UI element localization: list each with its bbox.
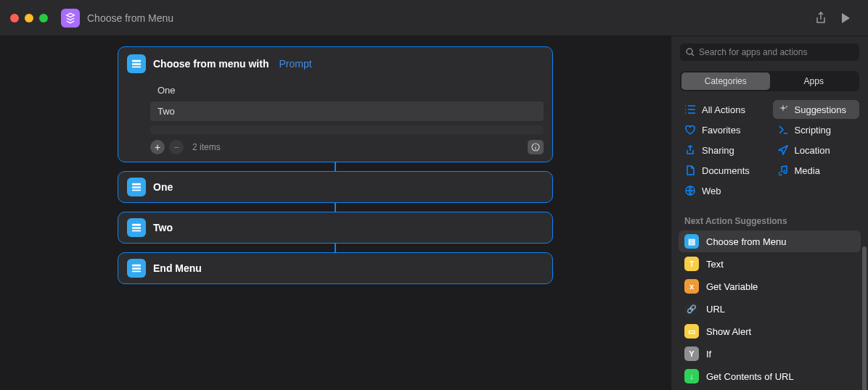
suggestion-label: Text bbox=[706, 259, 724, 270]
suggestion-label: Choose from Menu bbox=[706, 236, 787, 247]
globe-icon bbox=[684, 185, 696, 196]
suggestion-show-alert[interactable]: ▭Show Alert bbox=[679, 320, 861, 342]
share-button[interactable] bbox=[808, 7, 833, 29]
category-web[interactable]: Web bbox=[680, 181, 767, 200]
search-icon bbox=[686, 48, 695, 57]
action-info-button[interactable] bbox=[528, 140, 544, 154]
suggestion-label: Get Variable bbox=[706, 281, 758, 292]
suggestion-label: If bbox=[706, 349, 711, 360]
svg-rect-10 bbox=[132, 265, 141, 267]
category-label: Sharing bbox=[702, 145, 734, 156]
svg-rect-9 bbox=[132, 231, 141, 232]
suggestion-choose-from-menu[interactable]: ▤Choose from Menu bbox=[679, 231, 861, 252]
add-item-button[interactable]: + bbox=[150, 140, 165, 154]
zoom-window-button[interactable] bbox=[39, 14, 48, 22]
remove-item-button[interactable]: − bbox=[169, 140, 184, 154]
run-button[interactable] bbox=[833, 7, 858, 29]
prompt-parameter[interactable]: Prompt bbox=[279, 58, 311, 70]
menu-branch-one[interactable]: One bbox=[118, 171, 553, 203]
list-icon bbox=[684, 104, 696, 115]
svg-rect-6 bbox=[132, 190, 141, 191]
category-sharing[interactable]: Sharing bbox=[680, 141, 767, 159]
share-icon bbox=[684, 144, 696, 156]
suggestion-if[interactable]: YIf bbox=[679, 343, 861, 365]
suggestion-url[interactable]: 🔗URL bbox=[679, 298, 861, 320]
suggestion-icon: Y bbox=[684, 347, 699, 361]
menu-branch-two[interactable]: Two bbox=[118, 212, 553, 244]
flow-connector bbox=[335, 162, 336, 171]
svg-rect-1 bbox=[132, 63, 141, 65]
titlebar: Choose from Menu bbox=[0, 0, 868, 36]
flow-connector bbox=[335, 203, 336, 212]
location-icon bbox=[777, 144, 789, 156]
category-documents[interactable]: Documents bbox=[680, 161, 767, 180]
music-icon bbox=[777, 165, 789, 176]
heart-icon bbox=[684, 124, 696, 136]
menu-item-row[interactable]: Two bbox=[150, 101, 544, 121]
category-all-actions[interactable]: All Actions bbox=[680, 100, 767, 119]
suggestion-icon: ▭ bbox=[684, 324, 699, 339]
branch-label: One bbox=[153, 181, 173, 193]
category-label: Media bbox=[795, 165, 820, 176]
category-label: Location bbox=[795, 145, 830, 156]
search-field[interactable] bbox=[680, 43, 859, 61]
doc-icon bbox=[684, 165, 696, 176]
branch-label: Two bbox=[153, 222, 173, 233]
suggestion-text[interactable]: TText bbox=[679, 253, 861, 275]
category-media[interactable]: Media bbox=[773, 161, 860, 180]
apps-tab[interactable]: Apps bbox=[770, 72, 859, 90]
category-label: Web bbox=[702, 186, 721, 196]
suggestion-icon: x bbox=[684, 279, 699, 294]
category-location[interactable]: Location bbox=[773, 141, 860, 159]
add-item-placeholder[interactable] bbox=[150, 125, 544, 134]
menu-action-icon bbox=[127, 259, 146, 278]
category-label: Favorites bbox=[702, 125, 740, 136]
suggestions-list: ▤Choose from MenuTTextxGet Variable🔗URL▭… bbox=[671, 231, 868, 390]
flow-connector bbox=[335, 244, 336, 252]
category-label: Scripting bbox=[795, 125, 832, 136]
suggestion-get-contents-of-url[interactable]: ↓Get Contents of URL bbox=[679, 365, 861, 387]
menu-item-row[interactable]: One bbox=[150, 80, 544, 100]
svg-rect-0 bbox=[132, 60, 141, 62]
svg-rect-5 bbox=[132, 186, 141, 188]
suggestion-label: Show Alert bbox=[706, 326, 751, 337]
category-grid: All ActionsSuggestionsFavoritesScripting… bbox=[671, 100, 868, 209]
svg-point-17 bbox=[687, 49, 692, 54]
window-controls bbox=[10, 14, 48, 22]
svg-point-18 bbox=[786, 106, 787, 107]
suggestion-icon: T bbox=[684, 257, 699, 271]
svg-rect-4 bbox=[132, 183, 141, 186]
suggestion-icon: ↓ bbox=[684, 369, 699, 383]
suggestion-label: Get Contents of URL bbox=[706, 371, 794, 382]
choose-from-menu-action[interactable]: Choose from menu with Prompt One Two + −… bbox=[118, 46, 553, 162]
svg-rect-12 bbox=[132, 271, 141, 273]
menu-items-list: One Two bbox=[150, 80, 544, 121]
suggestion-get-variable[interactable]: xGet Variable bbox=[679, 275, 861, 297]
editor-canvas[interactable]: Choose from menu with Prompt One Two + −… bbox=[0, 36, 671, 390]
category-label: Suggestions bbox=[795, 104, 847, 115]
suggestion-label: URL bbox=[706, 304, 725, 315]
search-input[interactable] bbox=[699, 47, 853, 57]
close-window-button[interactable] bbox=[10, 14, 19, 22]
category-scripting[interactable]: Scripting bbox=[773, 120, 860, 139]
minimize-window-button[interactable] bbox=[25, 14, 33, 22]
category-favorites[interactable]: Favorites bbox=[680, 120, 767, 139]
categories-tab[interactable]: Categories bbox=[681, 72, 770, 90]
menu-action-icon bbox=[127, 218, 146, 237]
shortcut-title: Choose from Menu bbox=[87, 12, 173, 24]
suggestion-icon: ▤ bbox=[684, 234, 699, 249]
sidebar-scrollbar[interactable] bbox=[862, 246, 867, 390]
item-count-label: 2 items bbox=[192, 142, 221, 152]
library-mode-segment: Categories Apps bbox=[680, 71, 859, 91]
category-suggestions[interactable]: Suggestions bbox=[773, 100, 860, 119]
suggestions-header: Next Action Suggestions bbox=[671, 209, 868, 231]
library-sidebar: Categories Apps All ActionsSuggestionsFa… bbox=[671, 36, 868, 390]
menu-action-icon bbox=[127, 178, 146, 196]
svg-rect-8 bbox=[132, 227, 141, 229]
sparkle-icon bbox=[777, 104, 789, 115]
end-menu-block[interactable]: End Menu bbox=[118, 252, 553, 284]
end-menu-label: End Menu bbox=[153, 262, 202, 274]
script-icon bbox=[777, 124, 789, 136]
action-title: Choose from menu with bbox=[153, 58, 269, 70]
menu-action-icon bbox=[127, 54, 146, 73]
